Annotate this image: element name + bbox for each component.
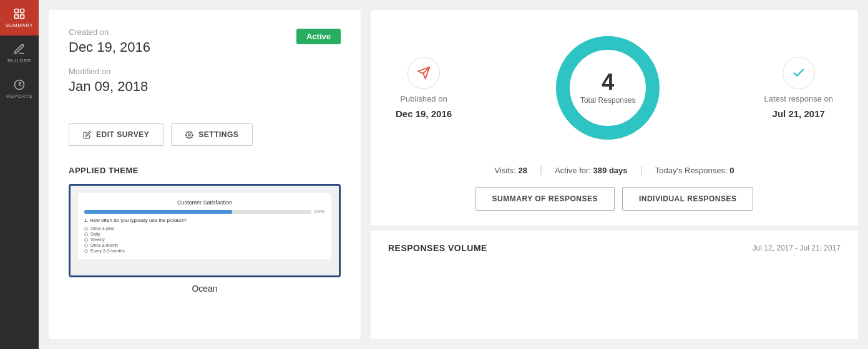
settings-label: SETTINGS xyxy=(198,130,238,139)
published-stat: Published on Dec 19, 2016 xyxy=(396,57,452,119)
sidebar-summary-label: Summary xyxy=(6,22,33,28)
main-content: Created on Dec 19, 2016 Modified on Jan … xyxy=(39,0,868,349)
status-badge: Active xyxy=(296,29,341,44)
donut-wrapper: 4 Total Responses xyxy=(549,29,667,147)
theme-preview-options: Once a year Daily Weekly Once a month Ev… xyxy=(84,226,325,253)
theme-preview-bar-fill xyxy=(84,210,232,214)
theme-preview-question: 1. How often do you typically use the pr… xyxy=(84,218,325,223)
theme-option-2: Daily xyxy=(84,232,325,236)
latest-response-label: Latest response on xyxy=(764,94,833,103)
total-responses-label: Total Responses xyxy=(580,96,636,105)
sidebar-reports-label: Reports xyxy=(6,93,32,99)
theme-preview-bar-bg xyxy=(84,210,311,214)
stats-panel: Published on Dec 19, 2016 4 Total Respon… xyxy=(371,10,858,226)
individual-responses-button[interactable]: INDIVIDUAL RESPONSES xyxy=(622,187,753,211)
svg-rect-0 xyxy=(15,9,19,13)
latest-response-icon-circle xyxy=(783,57,815,89)
response-buttons: SUMMARY OF RESPONSES INDIVIDUAL RESPONSE… xyxy=(396,187,833,211)
sidebar-item-summary[interactable]: Summary xyxy=(0,0,39,36)
theme-option-3: Weekly xyxy=(84,237,325,242)
stats-top: Published on Dec 19, 2016 4 Total Respon… xyxy=(396,29,833,147)
created-date: Dec 19, 2016 xyxy=(69,39,296,55)
theme-option-5: Every 2-3 months xyxy=(84,249,325,253)
theme-preview-inner: Customer Satisfaction 100% 1. How often … xyxy=(78,193,331,259)
published-label: Published on xyxy=(400,94,447,103)
svg-rect-2 xyxy=(15,15,19,19)
created-label: Created on xyxy=(69,27,296,37)
total-responses-number: 4 xyxy=(580,71,636,93)
responses-volume-panel: RESPONSES VOLUME Jul 12, 2017 - Jul 21, … xyxy=(371,231,858,339)
settings-icon xyxy=(185,131,193,139)
modified-date: Jan 09, 2018 xyxy=(69,79,296,95)
edit-survey-button[interactable]: EDIT SURVEY xyxy=(69,123,163,146)
responses-volume-date: Jul 12, 2017 - Jul 21, 2017 xyxy=(753,244,841,252)
latest-response-date: Jul 21, 2017 xyxy=(773,108,825,119)
sidebar-item-reports[interactable]: Reports xyxy=(0,71,39,107)
theme-preview: Customer Satisfaction 100% 1. How often … xyxy=(69,184,341,277)
header-row: Created on Dec 19, 2016 Modified on Jan … xyxy=(69,27,341,106)
latest-response-stat: Latest response on Jul 21, 2017 xyxy=(764,57,833,119)
settings-button[interactable]: SETTINGS xyxy=(171,123,253,146)
published-icon xyxy=(417,66,431,80)
stats-bottom: Visits: 28 | Active for: 389 days | Toda… xyxy=(396,165,833,176)
svg-rect-3 xyxy=(21,15,24,19)
left-panel: Created on Dec 19, 2016 Modified on Jan … xyxy=(49,10,361,339)
reports-icon xyxy=(13,79,26,91)
right-panel: Published on Dec 19, 2016 4 Total Respon… xyxy=(366,0,868,349)
today-responses-text: Today's Responses: 0 xyxy=(655,166,734,175)
donut-center: 4 Total Responses xyxy=(580,71,636,105)
sidebar: Summary Builder Reports xyxy=(0,0,39,349)
checkmark-icon xyxy=(792,66,806,80)
visits-text: Visits: 28 xyxy=(495,166,528,175)
responses-volume-header: RESPONSES VOLUME Jul 12, 2017 - Jul 21, … xyxy=(388,243,841,253)
theme-option-1: Once a year xyxy=(84,226,325,231)
today-responses-value: 0 xyxy=(729,166,734,175)
active-for-text: Active for: 389 days xyxy=(555,166,627,175)
theme-preview-bar-label: 100% xyxy=(314,209,325,214)
dates-block: Created on Dec 19, 2016 Modified on Jan … xyxy=(69,27,296,106)
theme-preview-bar-row: 100% xyxy=(84,209,325,214)
sidebar-item-builder[interactable]: Builder xyxy=(0,36,39,71)
published-icon-circle xyxy=(407,57,440,89)
svg-point-5 xyxy=(188,133,190,135)
published-date: Dec 19, 2016 xyxy=(396,108,452,119)
modified-label: Modified on xyxy=(69,67,296,76)
sidebar-builder-label: Builder xyxy=(7,58,31,64)
summary-icon xyxy=(13,7,26,20)
action-buttons: EDIT SURVEY SETTINGS xyxy=(69,123,341,146)
edit-icon xyxy=(83,131,91,139)
svg-rect-1 xyxy=(21,9,24,13)
responses-volume-title: RESPONSES VOLUME xyxy=(388,243,487,253)
summary-of-responses-button[interactable]: SUMMARY OF RESPONSES xyxy=(475,187,615,211)
donut-chart: 4 Total Responses xyxy=(549,29,667,147)
applied-theme-label: APPLIED THEME xyxy=(69,166,341,175)
theme-name: Ocean xyxy=(69,284,341,294)
visits-value: 28 xyxy=(519,166,527,175)
builder-icon xyxy=(13,43,26,55)
theme-preview-title: Customer Satisfaction xyxy=(84,199,325,206)
theme-option-4: Once a month xyxy=(84,243,325,247)
edit-survey-label: EDIT SURVEY xyxy=(96,130,149,139)
active-for-value: 389 days xyxy=(593,166,628,175)
